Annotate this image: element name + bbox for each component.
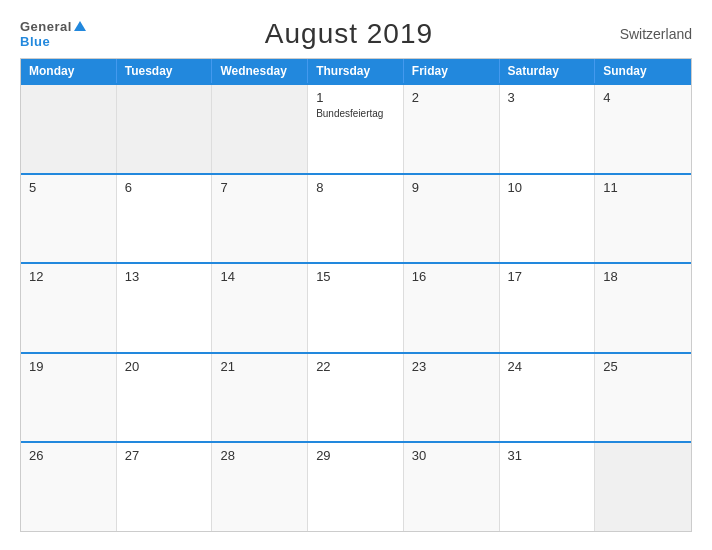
- calendar-row-1: 1Bundesfeiertag234: [21, 83, 691, 173]
- calendar-cell-2-3: 7: [212, 175, 308, 263]
- day-number: 28: [220, 448, 299, 463]
- day-number: 16: [412, 269, 491, 284]
- calendar-cell-3-1: 12: [21, 264, 117, 352]
- day-number: 20: [125, 359, 204, 374]
- calendar-cell-1-3: [212, 85, 308, 173]
- day-number: 27: [125, 448, 204, 463]
- day-number: 21: [220, 359, 299, 374]
- logo-blue-text: Blue: [20, 34, 50, 49]
- day-number: 14: [220, 269, 299, 284]
- calendar-cell-2-1: 5: [21, 175, 117, 263]
- logo-general-text: General: [20, 19, 72, 34]
- day-number: 23: [412, 359, 491, 374]
- day-number: 31: [508, 448, 587, 463]
- weekday-header-wednesday: Wednesday: [212, 59, 308, 83]
- calendar-cell-4-7: 25: [595, 354, 691, 442]
- day-number: 13: [125, 269, 204, 284]
- day-number: 19: [29, 359, 108, 374]
- calendar-cell-2-4: 8: [308, 175, 404, 263]
- calendar-cell-4-6: 24: [500, 354, 596, 442]
- calendar-cell-5-7: [595, 443, 691, 531]
- calendar-cell-5-3: 28: [212, 443, 308, 531]
- calendar-cell-4-2: 20: [117, 354, 213, 442]
- holiday-label: Bundesfeiertag: [316, 107, 395, 120]
- calendar-cell-5-6: 31: [500, 443, 596, 531]
- day-number: 4: [603, 90, 683, 105]
- calendar: MondayTuesdayWednesdayThursdayFridaySatu…: [20, 58, 692, 532]
- day-number: 9: [412, 180, 491, 195]
- calendar-cell-1-6: 3: [500, 85, 596, 173]
- calendar-cell-5-2: 27: [117, 443, 213, 531]
- weekday-header-friday: Friday: [404, 59, 500, 83]
- header: General Blue August 2019 Switzerland: [20, 18, 692, 50]
- calendar-cell-3-6: 17: [500, 264, 596, 352]
- calendar-cell-5-1: 26: [21, 443, 117, 531]
- calendar-cell-3-5: 16: [404, 264, 500, 352]
- calendar-cell-5-5: 30: [404, 443, 500, 531]
- calendar-cell-3-4: 15: [308, 264, 404, 352]
- calendar-cell-4-1: 19: [21, 354, 117, 442]
- day-number: 29: [316, 448, 395, 463]
- day-number: 24: [508, 359, 587, 374]
- calendar-cell-2-2: 6: [117, 175, 213, 263]
- day-number: 30: [412, 448, 491, 463]
- calendar-cell-3-7: 18: [595, 264, 691, 352]
- day-number: 15: [316, 269, 395, 284]
- day-number: 12: [29, 269, 108, 284]
- calendar-cell-1-2: [117, 85, 213, 173]
- calendar-cell-4-4: 22: [308, 354, 404, 442]
- day-number: 22: [316, 359, 395, 374]
- day-number: 1: [316, 90, 395, 105]
- calendar-body: 1Bundesfeiertag2345678910111213141516171…: [21, 83, 691, 531]
- day-number: 26: [29, 448, 108, 463]
- day-number: 18: [603, 269, 683, 284]
- day-number: 25: [603, 359, 683, 374]
- calendar-cell-1-4: 1Bundesfeiertag: [308, 85, 404, 173]
- calendar-header: MondayTuesdayWednesdayThursdayFridaySatu…: [21, 59, 691, 83]
- calendar-cell-1-7: 4: [595, 85, 691, 173]
- calendar-cell-1-5: 2: [404, 85, 500, 173]
- calendar-row-5: 262728293031: [21, 441, 691, 531]
- calendar-row-4: 19202122232425: [21, 352, 691, 442]
- calendar-cell-2-5: 9: [404, 175, 500, 263]
- calendar-cell-2-7: 11: [595, 175, 691, 263]
- weekday-header-tuesday: Tuesday: [117, 59, 213, 83]
- logo: General Blue: [20, 19, 86, 49]
- calendar-cell-3-2: 13: [117, 264, 213, 352]
- calendar-cell-1-1: [21, 85, 117, 173]
- day-number: 11: [603, 180, 683, 195]
- weekday-header-sunday: Sunday: [595, 59, 691, 83]
- day-number: 8: [316, 180, 395, 195]
- calendar-cell-5-4: 29: [308, 443, 404, 531]
- day-number: 17: [508, 269, 587, 284]
- calendar-cell-4-5: 23: [404, 354, 500, 442]
- day-number: 5: [29, 180, 108, 195]
- calendar-row-2: 567891011: [21, 173, 691, 263]
- day-number: 2: [412, 90, 491, 105]
- day-number: 10: [508, 180, 587, 195]
- country-label: Switzerland: [612, 26, 692, 42]
- weekday-header-saturday: Saturday: [500, 59, 596, 83]
- logo-triangle-icon: [74, 21, 86, 31]
- calendar-row-3: 12131415161718: [21, 262, 691, 352]
- day-number: 7: [220, 180, 299, 195]
- month-title: August 2019: [86, 18, 612, 50]
- calendar-cell-3-3: 14: [212, 264, 308, 352]
- calendar-cell-4-3: 21: [212, 354, 308, 442]
- day-number: 6: [125, 180, 204, 195]
- page: General Blue August 2019 Switzerland Mon…: [0, 0, 712, 550]
- day-number: 3: [508, 90, 587, 105]
- weekday-header-monday: Monday: [21, 59, 117, 83]
- calendar-cell-2-6: 10: [500, 175, 596, 263]
- weekday-header-thursday: Thursday: [308, 59, 404, 83]
